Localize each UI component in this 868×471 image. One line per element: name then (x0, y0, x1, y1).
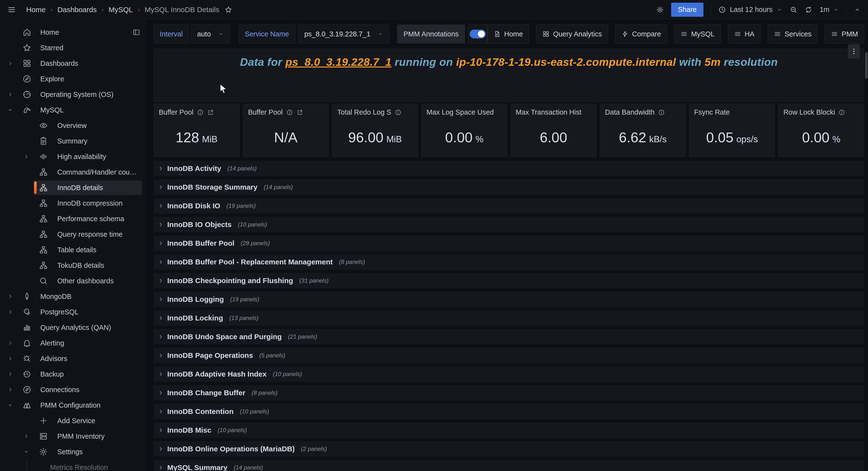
sidebar-item-overview[interactable]: Overview (0, 118, 145, 133)
nav-button-home[interactable]: Home (487, 25, 529, 43)
chevron-right-icon[interactable] (7, 371, 13, 377)
sidebar-item-innodb-compression[interactable]: InnoDB compression (0, 196, 145, 211)
stat-value-unit: % (832, 134, 840, 144)
breadcrumb-item[interactable]: MySQL (108, 6, 133, 14)
time-range-picker[interactable]: Last 12 hours (718, 6, 782, 13)
refresh-icon[interactable] (805, 6, 812, 13)
sidebar-item-command-handler-cou[interactable]: Command/Handler cou… (0, 165, 145, 180)
dashboard-row-innodb-online-operations-mariadb[interactable]: InnoDB Online Operations (MariaDB) (2 pa… (154, 441, 864, 457)
sidebar-item-label: Metrics Resolution (50, 464, 108, 471)
sidebar-item-mongodb[interactable]: MongoDB (0, 289, 145, 304)
hamburger-menu-icon[interactable] (7, 5, 16, 14)
banner-service-link[interactable]: ps_8.0_3.19.228.7_1 (285, 56, 392, 68)
collapse-toolbar-chevron-up-icon[interactable] (854, 6, 861, 13)
info-circle-icon[interactable] (838, 109, 845, 116)
dashboard-settings-gear-icon[interactable] (656, 6, 664, 13)
nav-button-pmm[interactable]: PMM (825, 25, 864, 43)
service-name-variable-dropdown[interactable]: ps_8.0_3.19.228.7_1 (298, 25, 389, 43)
sidebar-item-connections[interactable]: Connections (0, 382, 145, 398)
share-button[interactable]: Share (671, 3, 704, 17)
chevron-right-icon[interactable] (7, 387, 13, 392)
panel-menu-kebab-icon[interactable] (848, 44, 860, 59)
sidebar-item-home[interactable]: Home (0, 25, 145, 40)
nav-button-query-analytics[interactable]: Query Analytics (536, 25, 608, 43)
sidebar-item-mysql[interactable]: MySQL (0, 102, 145, 118)
sidebar-item-summary[interactable]: Summary (0, 133, 145, 149)
dashboard-row-innodb-page-operations[interactable]: InnoDB Page Operations (5 panels) (154, 348, 864, 363)
sidebar-item-backup[interactable]: Backup (0, 366, 145, 382)
sidebar-item-metrics-resolution[interactable]: Metrics Resolution (0, 460, 145, 471)
sidebar-item-postgresql[interactable]: PostgreSQL (0, 304, 145, 320)
star-dashboard-icon[interactable] (224, 6, 232, 13)
sidebar-item-pmm-configuration[interactable]: PMM Configuration (0, 398, 145, 413)
chevron-right-icon[interactable] (23, 154, 29, 159)
chevron-down-icon[interactable] (7, 402, 13, 408)
sidebar-item-pmm-inventory[interactable]: PMM Inventory (0, 429, 145, 444)
dashboard-row-innodb-undo-space-and-purging[interactable]: InnoDB Undo Space and Purging (21 panels… (154, 329, 864, 345)
pmm-annotations-toggle[interactable] (468, 25, 488, 43)
breadcrumb-item[interactable]: Dashboards (58, 6, 97, 14)
dashboard-row-innodb-contention[interactable]: InnoDB Contention (10 panels) (154, 404, 864, 419)
breadcrumb-item[interactable]: Home (26, 6, 45, 14)
chevron-right-icon[interactable] (7, 294, 13, 299)
dashboard-row-innodb-buffer-pool-replacement-management[interactable]: InnoDB Buffer Pool - Replacement Managem… (154, 254, 864, 270)
sidebar-item-explore[interactable]: Explore (0, 71, 145, 87)
vertical-scrollbar-thumb[interactable] (865, 52, 868, 79)
info-circle-icon[interactable] (286, 109, 293, 116)
dashboard-row-innodb-locking[interactable]: InnoDB Locking (13 panels) (154, 310, 864, 326)
dashboard-row-mysql-summary[interactable]: MySQL Summary (14 panels) (154, 460, 864, 471)
nav-button-services[interactable]: Services (768, 25, 817, 43)
sidebar-item-query-analytics-qan[interactable]: Query Analytics (QAN) (0, 320, 145, 335)
nav-button-compare[interactable]: Compare (615, 25, 667, 43)
sidebar-item-table-details[interactable]: Table details (0, 242, 145, 258)
sidebar-item-performance-schema[interactable]: Performance schema (0, 211, 145, 227)
sidebar-item-alerting[interactable]: Alerting (0, 335, 145, 351)
chevron-right-icon[interactable] (23, 433, 29, 439)
chevron-right-icon[interactable] (7, 60, 13, 66)
sidebar-item-tokudb-details[interactable]: TokuDB details (0, 258, 145, 273)
sidebar-item-dashboards[interactable]: Dashboards (0, 56, 145, 71)
dashboard-row-innodb-misc[interactable]: InnoDB Misc (10 panels) (154, 422, 864, 438)
sidebar-item-operating-system-os[interactable]: Operating System (OS) (0, 87, 145, 102)
chevron-right-icon[interactable] (7, 340, 13, 346)
dashboard-row-innodb-activity[interactable]: InnoDB Activity (14 panels) (154, 161, 864, 176)
bell-icon (22, 338, 32, 348)
row-panel-count: (21 panels) (288, 333, 317, 340)
chevron-down-icon[interactable] (7, 107, 13, 113)
row-title: InnoDB Change Buffer (167, 389, 245, 397)
dashboard-row-innodb-storage-summary[interactable]: InnoDB Storage Summary (14 panels) (154, 179, 864, 195)
sidebar-item-starred[interactable]: Starred (0, 40, 145, 56)
chevron-right-icon[interactable] (7, 309, 13, 315)
external-link-icon[interactable] (207, 109, 214, 116)
refresh-interval-picker[interactable]: 1m (820, 6, 839, 13)
chevron-right-icon[interactable] (7, 356, 13, 361)
sidebar-item-innodb-details[interactable]: InnoDB details (0, 180, 145, 196)
sidebar-item-other-dashboards[interactable]: Other dashboards (0, 273, 145, 289)
interval-variable-dropdown[interactable]: auto (191, 25, 229, 43)
dashboard-row-innodb-disk-io[interactable]: InnoDB Disk IO (19 panels) (154, 198, 864, 214)
stat-value-number: 0.00 (802, 129, 829, 145)
dashboard-row-innodb-buffer-pool[interactable]: InnoDB Buffer Pool (29 panels) (154, 235, 864, 251)
zoom-out-icon[interactable] (789, 6, 797, 13)
stat-value-number: 0.05 (706, 129, 734, 145)
service-name-variable-value: ps_8.0_3.19.228.7_1 (304, 30, 371, 38)
info-circle-icon[interactable] (197, 109, 204, 116)
dashboard-row-innodb-adaptive-hash-index[interactable]: InnoDB Adaptive Hash Index (10 panels) (154, 366, 864, 382)
sidebar-item-query-response-time[interactable]: Query response time (0, 227, 145, 242)
dashboard-row-innodb-logging[interactable]: InnoDB Logging (19 panels) (154, 292, 864, 307)
nav-button-ha[interactable]: HA (728, 25, 761, 43)
nav-button-mysql[interactable]: MySQL (674, 25, 721, 43)
sidebar-item-add-service[interactable]: Add Service (0, 413, 145, 429)
chevron-right-icon[interactable] (7, 91, 13, 97)
dock-menu-icon[interactable] (132, 28, 141, 36)
external-link-icon[interactable] (297, 109, 303, 116)
chevron-down-icon[interactable] (23, 449, 29, 455)
info-circle-icon[interactable] (658, 109, 665, 116)
dashboard-row-innodb-change-buffer[interactable]: InnoDB Change Buffer (8 panels) (154, 385, 864, 401)
sidebar-item-settings[interactable]: Settings (0, 444, 145, 460)
sidebar-item-high-availability[interactable]: High availability (0, 149, 145, 165)
info-circle-icon[interactable] (395, 109, 401, 116)
sidebar-item-advisors[interactable]: Advisors (0, 351, 145, 366)
dashboard-row-innodb-io-objects[interactable]: InnoDB IO Objects (10 panels) (154, 217, 864, 232)
dashboard-row-innodb-checkpointing-and-flushing[interactable]: InnoDB Checkpointing and Flushing (31 pa… (154, 273, 864, 288)
